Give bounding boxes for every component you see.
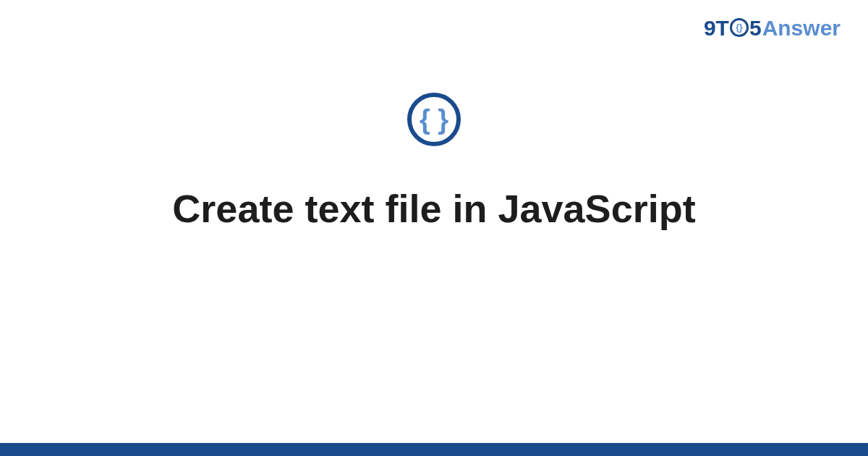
logo-braces-small: {} <box>736 23 742 32</box>
logo-text-9t: 9T <box>704 17 729 39</box>
logo-o-circle: {} <box>730 18 749 37</box>
site-logo[interactable]: 9T {} 5 Answer <box>704 17 841 39</box>
braces-glyph: { } <box>420 106 448 133</box>
logo-text-answer: Answer <box>762 17 841 39</box>
braces-icon: { } <box>407 93 461 146</box>
main-content: { } Create text file in JavaScript <box>0 93 868 232</box>
bottom-bar <box>0 443 868 456</box>
logo-text-5: 5 <box>749 17 762 39</box>
page-title: Create text file in JavaScript <box>172 185 695 232</box>
